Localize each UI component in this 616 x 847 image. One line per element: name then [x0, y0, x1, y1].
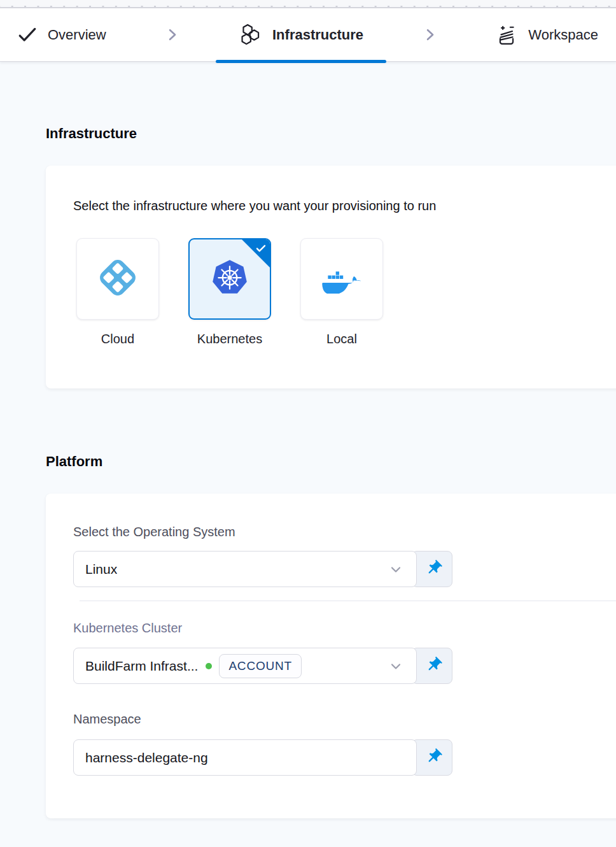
pin-icon	[425, 656, 443, 676]
section-divider	[80, 601, 616, 601]
platform-section-title: Platform	[46, 452, 616, 471]
workspace-stack-icon	[496, 24, 517, 46]
step-overview[interactable]: Overview	[18, 8, 106, 61]
selected-check-icon	[255, 243, 267, 257]
os-select[interactable]: Linux	[73, 551, 417, 587]
chevron-right-separator-icon	[164, 26, 181, 43]
pin-button[interactable]	[412, 739, 452, 776]
docker-whale-icon	[322, 262, 361, 296]
os-select-value: Linux	[85, 562, 117, 577]
tile-local[interactable]	[300, 238, 383, 320]
option-kubernetes: Kubernetes	[188, 238, 271, 346]
infrastructure-description: Select the infrastructure where you want…	[73, 197, 616, 215]
cluster-label: Kubernetes Cluster	[73, 619, 616, 637]
chevron-down-icon	[388, 562, 403, 577]
os-select-group: Linux	[73, 551, 616, 587]
pin-icon	[425, 559, 443, 579]
namespace-input[interactable]	[73, 739, 417, 776]
infrastructure-setup-screen: Overview Infrastructure	[0, 0, 616, 847]
pin-icon	[425, 748, 443, 767]
dotted-background-strip	[0, 0, 616, 8]
tile-local-label: Local	[326, 332, 357, 346]
step-infrastructure[interactable]: Infrastructure	[239, 8, 363, 61]
step-workspace-label: Workspace	[528, 27, 598, 43]
namespace-label: Namespace	[73, 710, 616, 728]
os-label: Select the Operating System	[73, 523, 616, 541]
content-area: Infrastructure Select the infrastructure…	[0, 124, 616, 818]
account-scope-badge: ACCOUNT	[219, 654, 302, 678]
tile-cloud-label: Cloud	[101, 332, 134, 346]
infrastructure-card: Select the infrastructure where you want…	[46, 166, 616, 388]
chevron-right-separator-icon	[421, 26, 438, 43]
step-overview-label: Overview	[48, 27, 106, 43]
tile-cloud[interactable]	[76, 238, 159, 320]
platform-card: Select the Operating System Linux Kubern…	[46, 494, 616, 818]
option-cloud: Cloud	[76, 238, 159, 346]
wizard-stepper: Overview Infrastructure	[0, 8, 616, 62]
check-icon	[18, 27, 37, 43]
namespace-input-group	[73, 739, 616, 776]
pin-button[interactable]	[412, 551, 452, 587]
tile-kubernetes-label: Kubernetes	[197, 332, 262, 346]
pin-button[interactable]	[412, 648, 452, 684]
infrastructure-options: Cloud	[76, 238, 616, 346]
chevron-down-icon	[388, 658, 403, 674]
hexagon-cluster-icon	[239, 24, 262, 46]
connector-status-dot	[206, 663, 212, 669]
cluster-select-group: BuildFarm Infrast... ACCOUNT	[73, 648, 616, 684]
step-workspace[interactable]: Workspace	[496, 8, 598, 61]
tile-kubernetes[interactable]	[188, 238, 271, 320]
step-infrastructure-label: Infrastructure	[272, 27, 363, 43]
option-local: Local	[300, 238, 383, 346]
cluster-select-value: BuildFarm Infrast...	[85, 658, 198, 674]
cluster-select[interactable]: BuildFarm Infrast... ACCOUNT	[73, 648, 417, 684]
harness-cloud-icon	[94, 254, 141, 304]
infrastructure-section-title: Infrastructure	[46, 124, 616, 143]
